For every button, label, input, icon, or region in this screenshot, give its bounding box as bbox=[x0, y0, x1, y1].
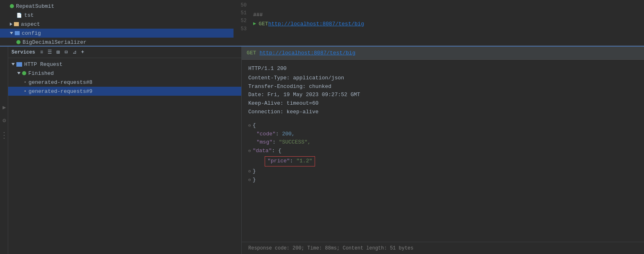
toolbar-icons: ≡ ☰ ⊞ ⊟ ⊿ + bbox=[39, 49, 86, 56]
tree-item-label: aspect bbox=[21, 21, 40, 27]
json-line-code: "code": 200, bbox=[248, 130, 637, 139]
request-url[interactable]: http://localhost:8087/test/big bbox=[259, 50, 355, 56]
services-label: Services bbox=[11, 49, 35, 55]
tree-item-label: generated-requests#8 bbox=[29, 79, 93, 85]
toolbar-icon-list[interactable]: ≡ bbox=[39, 49, 45, 56]
header-transfer-encoding: Transfer-Encoding: chunked bbox=[248, 83, 637, 91]
tree-item-aspect[interactable]: aspect bbox=[0, 20, 234, 29]
circle-green-icon bbox=[10, 4, 14, 8]
price-highlight: "price": "1.2" bbox=[265, 156, 315, 166]
folder-icon bbox=[14, 22, 19, 26]
tree-item-config[interactable]: config bbox=[0, 29, 234, 38]
toolbar-icon-pin[interactable]: ⊿ bbox=[71, 49, 78, 56]
json-close-root: ⊖} bbox=[248, 176, 637, 184]
json-close-data: ⊖} bbox=[248, 167, 637, 176]
left-sidebar: ▶ ⚙ ⋮ bbox=[0, 47, 8, 254]
tree-item-label: tst bbox=[24, 12, 34, 18]
tree-item-label: Finished bbox=[28, 70, 54, 76]
folder-blue-icon bbox=[16, 62, 22, 67]
sidebar-grip-icon[interactable]: ⋮ bbox=[0, 130, 8, 140]
code-line-52[interactable]: ▶ GET http://localhost:8087/test/big bbox=[253, 20, 641, 29]
tree-item-generated-9[interactable]: ▪ generated-requests#9 bbox=[8, 87, 241, 96]
response-status: HTTP/1.1 200 bbox=[248, 65, 637, 73]
json-line-msg: "msg": "SUCCESS", bbox=[248, 138, 637, 147]
json-open: ⊖{ bbox=[248, 121, 637, 130]
code-line-53 bbox=[253, 29, 641, 38]
header-connection: Connection: keep-alive bbox=[248, 108, 637, 117]
sidebar-run-icon[interactable]: ▶ bbox=[1, 104, 7, 110]
header-date: Date: Fri, 19 May 2023 09:27:52 GMT bbox=[248, 91, 637, 99]
circle-green-icon bbox=[16, 40, 20, 44]
header-keep-alive: Keep-Alive: timeout=60 bbox=[248, 99, 637, 108]
request-bar: GET http://localhost:8087/test/big bbox=[242, 47, 644, 60]
collapse-close-icon[interactable]: ⊖ bbox=[248, 169, 251, 174]
toolbar-icon-align[interactable]: ☰ bbox=[47, 49, 53, 56]
tree-item-tst[interactable]: 📄 tst bbox=[0, 11, 234, 20]
response-panel: GET http://localhost:8087/test/big HTTP/… bbox=[242, 47, 644, 254]
chevron-down-icon bbox=[11, 63, 15, 65]
folder-blue-icon bbox=[15, 31, 20, 35]
json-line-price: "price": "1.2" bbox=[248, 156, 637, 166]
tree-item-label: generated-requests#9 bbox=[29, 88, 93, 94]
services-panel: Services ≡ ☰ ⊞ ⊟ ⊿ + HTTP Request Finish bbox=[8, 47, 242, 254]
code-line-50 bbox=[253, 2, 641, 11]
top-file-tree: RepeatSubmit 📄 tst aspect config BigDeci… bbox=[0, 0, 234, 45]
tree-item-label: HTTP Request bbox=[24, 61, 63, 67]
run-icon[interactable]: ▶ bbox=[253, 20, 256, 28]
collapse-root-icon[interactable]: ⊖ bbox=[248, 178, 251, 182]
toolbar-icon-add[interactable]: + bbox=[79, 49, 86, 56]
tree-item-label: config bbox=[22, 30, 41, 36]
services-header: Services ≡ ☰ ⊞ ⊟ ⊿ + bbox=[8, 47, 241, 58]
tree-item-label: BigDecimalSerializer bbox=[23, 39, 86, 45]
line-numbers: 50 51 52 53 bbox=[234, 0, 250, 45]
services-tree: HTTP Request Finished ▪ generated-reques… bbox=[8, 58, 241, 254]
collapse-icon[interactable]: ⊖ bbox=[248, 123, 251, 128]
response-footer-text: Response code: 200; Time: 88ms; Content … bbox=[248, 245, 413, 251]
response-content: HTTP/1.1 200 Content-Type: application/j… bbox=[242, 60, 644, 242]
header-content-type: Content-Type: application/json bbox=[248, 74, 637, 83]
tree-item-label: RepeatSubmit bbox=[16, 3, 54, 9]
code-editor-top: 50 51 52 53 ### ▶ GET http://localhost:8… bbox=[234, 0, 644, 45]
chevron-down-icon bbox=[17, 72, 20, 74]
response-footer: Response code: 200; Time: 88ms; Content … bbox=[242, 242, 644, 254]
toolbar-icon-filter[interactable]: ⊟ bbox=[63, 49, 70, 56]
tree-item-generated-8[interactable]: ▪ generated-requests#8 bbox=[8, 78, 241, 87]
http-method: GET bbox=[247, 50, 256, 56]
file-icon: ▪ bbox=[24, 89, 27, 94]
json-response-block: ⊖{ "code": 200, "msg": "SUCCESS", ⊖"data… bbox=[248, 121, 637, 184]
collapse-data-icon[interactable]: ⊖ bbox=[248, 148, 251, 153]
toolbar-icon-group[interactable]: ⊞ bbox=[55, 49, 61, 56]
chevron-down-icon bbox=[10, 32, 13, 34]
sidebar-tool-icon[interactable]: ⚙ bbox=[1, 117, 7, 124]
tree-item-finished[interactable]: Finished bbox=[8, 69, 241, 78]
tree-item-repeat-submit[interactable]: RepeatSubmit bbox=[0, 2, 234, 11]
file-icon: ▪ bbox=[24, 80, 27, 85]
code-content: ### ▶ GET http://localhost:8087/test/big bbox=[250, 0, 644, 45]
tree-item-bigdecimal[interactable]: BigDecimalSerializer bbox=[0, 38, 234, 45]
tree-item-http-request[interactable]: HTTP Request bbox=[8, 60, 241, 69]
json-line-data: ⊖"data": { bbox=[248, 147, 637, 155]
file-icon: 📄 bbox=[16, 13, 22, 18]
code-line-51: ### bbox=[253, 11, 641, 20]
circle-green-icon bbox=[22, 71, 26, 75]
chevron-right-icon bbox=[10, 22, 12, 26]
